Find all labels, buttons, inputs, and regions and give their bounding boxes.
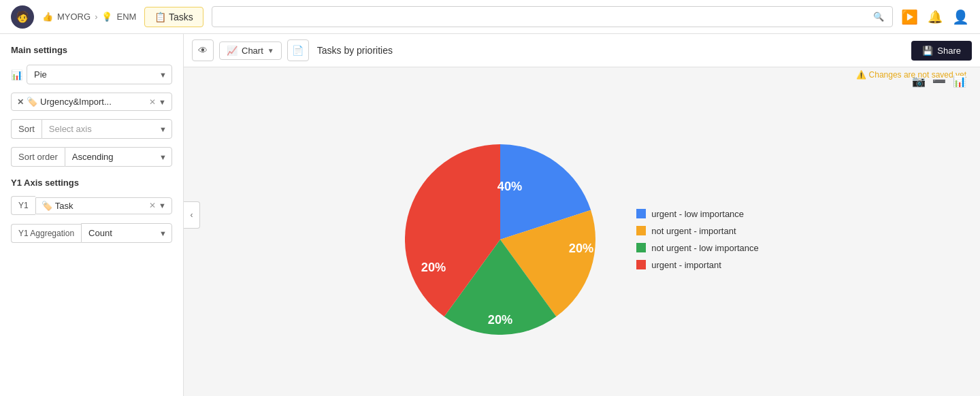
- x-axis-tag-icon: 🏷️: [27, 97, 37, 107]
- bell-icon[interactable]: 🔔: [928, 10, 943, 24]
- search-bar[interactable]: 🔍: [212, 6, 893, 27]
- chart-dropdown-button[interactable]: 📈 Chart ▼: [219, 42, 282, 60]
- legend-color-orange: [636, 226, 646, 235]
- user-icon[interactable]: 👤: [952, 9, 969, 25]
- tasks-tab[interactable]: 📋 Tasks: [144, 7, 203, 27]
- eye-button[interactable]: 👁: [192, 39, 214, 61]
- chart-title-input[interactable]: [314, 42, 906, 59]
- y1-chevron-icon[interactable]: ▼: [159, 201, 166, 210]
- y1-row: Y1 🏷️ Task ✕ ▼: [11, 196, 172, 215]
- y1-value: Task: [55, 201, 146, 211]
- sort-order-label: Sort order: [11, 147, 65, 167]
- enm-label: ENM: [116, 12, 136, 22]
- y1-clear-icon[interactable]: ✕: [149, 201, 156, 210]
- svg-text:20%: 20%: [488, 312, 512, 326]
- sort-order-select[interactable]: Ascending Descending: [65, 147, 172, 167]
- content-area: 👁 📈 Chart ▼ 📄 💾 Share ⚠️ Changes are not…: [184, 34, 980, 396]
- sort-order-select-wrapper: Ascending Descending ▼: [65, 147, 172, 167]
- x-axis-row: ✕ 🏷️ Urgency&Import... ✕ ▼: [11, 93, 172, 111]
- save-icon: 💾: [922, 46, 933, 56]
- share-label: Share: [937, 46, 961, 56]
- svg-text:40%: 40%: [497, 179, 522, 193]
- thumbs-up-icon: 👍: [42, 12, 53, 22]
- minus-icon[interactable]: ➖: [932, 75, 946, 88]
- legend: urgent - low importance not urgent - imp…: [636, 209, 759, 270]
- sort-order-row: Sort order Ascending Descending ▼: [11, 147, 172, 167]
- chart-dropdown-chevron-icon: ▼: [267, 47, 274, 54]
- tasks-tab-label: 📋 Tasks: [154, 12, 193, 22]
- x-axis-label: Urgency&Import...: [40, 97, 146, 107]
- sort-label: Sort: [11, 119, 42, 139]
- legend-item-blue: urgent - low importance: [636, 209, 759, 219]
- breadcrumb: 👍 MYORG › 💡 ENM: [42, 12, 136, 22]
- top-icons: ▶️ 🔔 👤: [901, 9, 969, 25]
- share-button[interactable]: 💾 Share: [911, 41, 972, 61]
- legend-label-green: not urgent - low importance: [651, 243, 759, 253]
- legend-item-green: not urgent - low importance: [636, 243, 759, 253]
- chart-type-row: 📊 Pie ▼: [11, 65, 172, 84]
- chart-type-select-wrapper: Pie ▼: [27, 65, 172, 84]
- legend-color-blue: [636, 209, 646, 218]
- sort-axis-select[interactable]: Select axis: [42, 119, 172, 139]
- y1-agg-select-wrapper: Count Sum Average ▼: [81, 223, 172, 243]
- y1-section-title: Y1 Axis settings: [11, 178, 172, 188]
- youtube-icon[interactable]: ▶️: [901, 9, 918, 25]
- y1-tag: 🏷️ Task ✕ ▼: [35, 197, 172, 214]
- sort-row: Sort Select axis ▼: [11, 119, 172, 139]
- main-settings-title: Main settings: [11, 45, 172, 55]
- chart-button-label: Chart: [242, 46, 263, 56]
- pie-container: 40%20%20%20% urgent - low importance not…: [405, 144, 759, 335]
- chart-bar-icon: 📈: [227, 46, 238, 56]
- chart-area: 40%20%20%20% urgent - low importance not…: [184, 82, 980, 396]
- search-icon[interactable]: 🔍: [873, 12, 884, 22]
- sidebar: Main settings 📊 Pie ▼ ✕ 🏷️ Urgency&Impor…: [0, 34, 184, 396]
- breadcrumb-arrow: ›: [95, 12, 97, 22]
- x-axis-chevron-icon[interactable]: ▼: [159, 98, 166, 106]
- doc-button[interactable]: 📄: [287, 39, 309, 61]
- legend-label-orange: not urgent - important: [651, 226, 736, 236]
- toolbar: 👁 📈 Chart ▼ 📄 💾 Share: [184, 34, 980, 67]
- warning-bar: ⚠️ Changes are not saved yet: [184, 67, 980, 82]
- y1-agg-row: Y1 Aggregation Count Sum Average ▼: [11, 223, 172, 243]
- svg-text:20%: 20%: [421, 260, 446, 274]
- sort-axis-select-wrapper: Select axis ▼: [42, 119, 172, 139]
- avatar: 🧑: [11, 5, 34, 29]
- legend-label-blue: urgent - low importance: [651, 209, 744, 219]
- x-axis-close-icon[interactable]: ✕: [17, 97, 24, 107]
- y1-agg-label: Y1 Aggregation: [11, 224, 81, 243]
- chart-view-icons: 📷 ➖ 📊: [912, 75, 966, 88]
- collapse-sidebar-button[interactable]: ‹: [184, 201, 200, 229]
- bar-chart-icon[interactable]: 📊: [953, 75, 966, 88]
- chart-type-icon: 📊: [11, 69, 22, 80]
- pie-chart: 40%20%20%20%: [405, 144, 595, 335]
- svg-text:20%: 20%: [569, 241, 593, 254]
- org-label: MYORG: [57, 12, 91, 22]
- legend-color-green: [636, 243, 646, 252]
- y1-agg-select[interactable]: Count Sum Average: [81, 223, 172, 243]
- y1-tag-icon: 🏷️: [42, 201, 52, 211]
- camera-icon[interactable]: 📷: [912, 75, 926, 88]
- x-axis-clear-icon[interactable]: ✕: [149, 97, 156, 107]
- legend-item-orange: not urgent - important: [636, 226, 759, 236]
- legend-item-red: urgent - important: [636, 260, 759, 270]
- lightbulb-icon: 💡: [101, 12, 112, 22]
- legend-label-red: urgent - important: [651, 260, 721, 270]
- legend-color-red: [636, 260, 646, 269]
- chart-type-select[interactable]: Pie: [27, 65, 172, 84]
- warning-icon: ⚠️: [856, 70, 866, 80]
- y1-label: Y1: [11, 196, 35, 215]
